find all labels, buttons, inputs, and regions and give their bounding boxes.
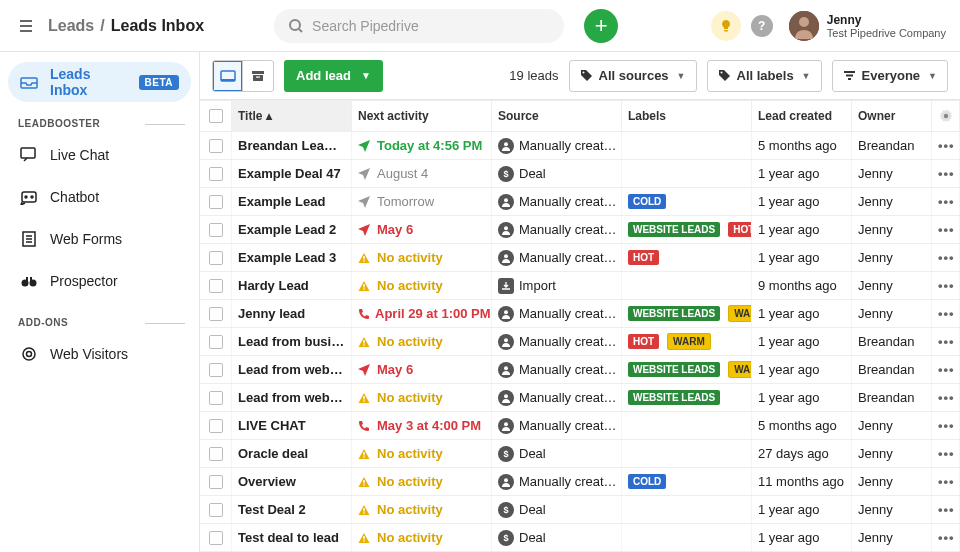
lead-title[interactable]: Overview	[232, 468, 352, 495]
breadcrumb-parent[interactable]: Leads	[48, 17, 94, 35]
lead-title[interactable]: Oracle deal	[232, 440, 352, 467]
row-actions[interactable]: •••	[932, 468, 960, 495]
columns-settings-icon[interactable]	[932, 101, 960, 131]
lead-created: 11 months ago	[752, 468, 852, 495]
row-checkbox[interactable]	[209, 307, 223, 321]
row-actions[interactable]: •••	[932, 132, 960, 159]
row-checkbox[interactable]	[209, 419, 223, 433]
row-checkbox[interactable]	[209, 531, 223, 545]
sidebar-item-web-visitors[interactable]: Web Visitors	[8, 334, 191, 374]
table-row[interactable]: Jenny leadApril 29 at 1:00 PMManually cr…	[200, 300, 960, 328]
row-checkbox[interactable]	[209, 167, 223, 181]
table-row[interactable]: Lead from busi…No activityManually creat…	[200, 328, 960, 356]
row-checkbox[interactable]	[209, 391, 223, 405]
user-menu[interactable]: Jenny Test Pipedrive Company	[789, 11, 946, 41]
filter-sources[interactable]: All sources▼	[569, 60, 697, 92]
table-row[interactable]: Test deal to leadNo activity$Deal1 year …	[200, 524, 960, 552]
search-input[interactable]	[312, 18, 550, 34]
add-lead-button[interactable]: Add lead ▼	[284, 60, 383, 92]
row-checkbox[interactable]	[209, 279, 223, 293]
lead-source: Manually creat…	[492, 216, 622, 243]
table-row[interactable]: Example Deal 47August 4$Deal1 year agoJe…	[200, 160, 960, 188]
lead-title[interactable]: Example Deal 47	[232, 160, 352, 187]
row-checkbox[interactable]	[209, 251, 223, 265]
sidebar-item-chatbot[interactable]: Chatbot	[8, 177, 191, 217]
row-actions[interactable]: •••	[932, 496, 960, 523]
table-row[interactable]: Breandan Lea…Today at 4:56 PMManually cr…	[200, 132, 960, 160]
add-button[interactable]: +	[584, 9, 618, 43]
row-actions[interactable]: •••	[932, 300, 960, 327]
lead-title[interactable]: Example Lead 2	[232, 216, 352, 243]
lead-created: 9 months ago	[752, 272, 852, 299]
help-icon[interactable]: ?	[751, 15, 773, 37]
lead-title[interactable]: Lead from busi…	[232, 328, 352, 355]
row-checkbox[interactable]	[209, 475, 223, 489]
row-actions[interactable]: •••	[932, 356, 960, 383]
lead-title[interactable]: Hardy Lead	[232, 272, 352, 299]
col-title[interactable]: Title ▴	[232, 101, 352, 131]
table-row[interactable]: Hardy LeadNo activityImport9 months agoJ…	[200, 272, 960, 300]
lead-title[interactable]: Jenny lead	[232, 300, 352, 327]
table-row[interactable]: Example LeadTomorrowManually creat…COLD1…	[200, 188, 960, 216]
table-row[interactable]: Example Lead 3No activityManually creat……	[200, 244, 960, 272]
table-row[interactable]: Oracle dealNo activity$Deal27 days agoJe…	[200, 440, 960, 468]
row-actions[interactable]: •••	[932, 244, 960, 271]
view-list-icon[interactable]	[213, 61, 243, 91]
row-checkbox[interactable]	[209, 363, 223, 377]
table-row[interactable]: Example Lead 2May 6Manually creat…WEBSIT…	[200, 216, 960, 244]
source-icon	[498, 306, 514, 322]
col-owner[interactable]: Owner	[852, 101, 932, 131]
table-row[interactable]: Lead from web…May 6Manually creat…WEBSIT…	[200, 356, 960, 384]
row-actions[interactable]: •••	[932, 216, 960, 243]
row-checkbox[interactable]	[209, 335, 223, 349]
view-archive-icon[interactable]	[243, 61, 273, 91]
lead-owner: Jenny	[852, 496, 932, 523]
search-box[interactable]	[274, 9, 564, 43]
col-created[interactable]: Lead created	[752, 101, 852, 131]
lead-title[interactable]: LIVE CHAT	[232, 412, 352, 439]
svg-rect-35	[363, 344, 364, 345]
select-all-checkbox[interactable]	[209, 109, 223, 123]
sidebar-item-web-forms[interactable]: Web Forms	[8, 219, 191, 259]
lead-title[interactable]: Example Lead	[232, 188, 352, 215]
col-labels[interactable]: Labels	[622, 101, 752, 131]
row-actions[interactable]: •••	[932, 440, 960, 467]
col-next[interactable]: Next activity	[352, 101, 492, 131]
table-row[interactable]: LIVE CHATMay 3 at 4:00 PMManually creat……	[200, 412, 960, 440]
row-actions[interactable]: •••	[932, 188, 960, 215]
lead-title[interactable]: Lead from web…	[232, 356, 352, 383]
row-actions[interactable]: •••	[932, 524, 960, 551]
next-activity: No activity	[352, 496, 492, 523]
row-actions[interactable]: •••	[932, 328, 960, 355]
menu-collapse-icon[interactable]	[14, 14, 38, 38]
row-checkbox[interactable]	[209, 139, 223, 153]
table-row[interactable]: Test Deal 2No activity$Deal1 year agoJen…	[200, 496, 960, 524]
sidebar-item-live-chat[interactable]: Live Chat	[8, 135, 191, 175]
sidebar-item-label: Prospector	[50, 273, 118, 289]
filter-users[interactable]: Everyone▼	[832, 60, 948, 92]
row-actions[interactable]: •••	[932, 160, 960, 187]
row-checkbox[interactable]	[209, 447, 223, 461]
sidebar-item-prospector[interactable]: Prospector	[8, 261, 191, 301]
row-actions[interactable]: •••	[932, 384, 960, 411]
row-actions[interactable]: •••	[932, 272, 960, 299]
lead-title[interactable]: Test Deal 2	[232, 496, 352, 523]
lead-title[interactable]: Test deal to lead	[232, 524, 352, 551]
lead-title[interactable]: Lead from web…	[232, 384, 352, 411]
svg-text:$: $	[503, 169, 508, 179]
lead-title[interactable]: Breandan Lea…	[232, 132, 352, 159]
row-checkbox[interactable]	[209, 195, 223, 209]
row-actions[interactable]: •••	[932, 412, 960, 439]
svg-point-8	[31, 196, 33, 198]
lead-created: 1 year ago	[752, 524, 852, 551]
filter-labels[interactable]: All labels▼	[707, 60, 822, 92]
table-row[interactable]: OverviewNo activityManually creat…COLD11…	[200, 468, 960, 496]
lead-title[interactable]: Example Lead 3	[232, 244, 352, 271]
tips-icon[interactable]	[711, 11, 741, 41]
row-checkbox[interactable]	[209, 223, 223, 237]
table-row[interactable]: Lead from web…No activityManually creat……	[200, 384, 960, 412]
row-checkbox[interactable]	[209, 503, 223, 517]
sidebar-item-leads-inbox[interactable]: Leads InboxBETA	[8, 62, 191, 102]
lead-created: 1 year ago	[752, 384, 852, 411]
col-source[interactable]: Source	[492, 101, 622, 131]
